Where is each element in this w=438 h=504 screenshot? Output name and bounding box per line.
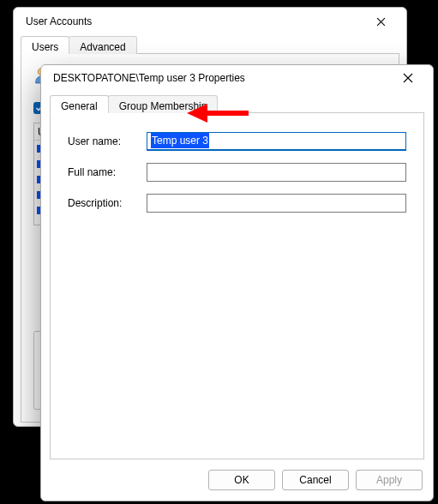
close-icon xyxy=(376,17,386,27)
fullname-row: Full name: xyxy=(68,163,406,182)
apply-button[interactable]: Apply xyxy=(356,470,423,490)
description-label: Description: xyxy=(68,197,147,209)
tab-advanced[interactable]: Advanced xyxy=(69,36,136,54)
dialog-title: DESKTOPATONE\Temp user 3 Properties xyxy=(53,72,388,84)
general-panel: User name: Temp user 3 Full name: Descri… xyxy=(50,113,424,459)
user-properties-dialog: DESKTOPATONE\Temp user 3 Properties Gene… xyxy=(40,64,434,501)
username-label: User name: xyxy=(68,135,147,147)
close-icon xyxy=(403,73,413,83)
close-button[interactable] xyxy=(362,9,399,33)
fullname-label: Full name: xyxy=(68,166,147,178)
description-row: Description: xyxy=(68,194,406,213)
window-title: User Accounts xyxy=(26,15,362,27)
titlebar: DESKTOPATONE\Temp user 3 Properties xyxy=(41,65,433,91)
fullname-input[interactable] xyxy=(147,163,406,182)
titlebar: User Accounts xyxy=(14,8,406,35)
close-button[interactable] xyxy=(388,66,428,90)
tabs: Users Advanced xyxy=(21,35,399,54)
tabs: General Group Membership xyxy=(50,94,424,113)
ok-button[interactable]: OK xyxy=(208,470,275,490)
username-input[interactable]: Temp user 3 xyxy=(147,132,406,151)
tab-users[interactable]: Users xyxy=(21,36,69,54)
cancel-button[interactable]: Cancel xyxy=(282,470,349,490)
description-input[interactable] xyxy=(147,194,406,213)
username-value: Temp user 3 xyxy=(151,133,209,148)
button-bar: OK Cancel Apply xyxy=(41,459,433,501)
tab-group-membership[interactable]: Group Membership xyxy=(108,95,219,113)
tab-general[interactable]: General xyxy=(50,95,109,113)
username-row: User name: Temp user 3 xyxy=(68,132,406,151)
